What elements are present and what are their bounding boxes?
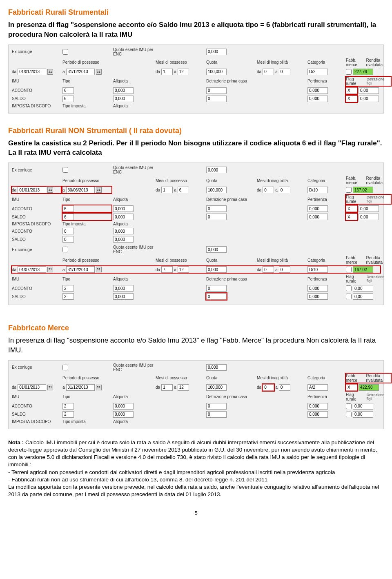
lbl-rendita: Rendita rivalutata (366, 58, 391, 67)
calendar-icon[interactable]: 31 (96, 385, 102, 390)
fld-sal-detr[interactable] (206, 96, 227, 102)
fld-acc-aliq[interactable] (113, 87, 134, 94)
calendar-icon[interactable]: 31 (96, 267, 102, 272)
calendar-icon[interactable]: 31 (47, 385, 53, 390)
fld-inag-da[interactable] (263, 69, 274, 75)
lbl-acconto: ACCONTO (12, 88, 61, 93)
section3-subtitle: In presenza di flag "sospensione acconto… (8, 336, 384, 355)
section1-subtitle: In presenza di flag "sospensione acconto… (8, 20, 384, 40)
calendar-icon[interactable]: 31 (47, 267, 53, 272)
fld-date-from[interactable] (18, 187, 46, 193)
calendar-icon[interactable]: 31 (47, 69, 53, 75)
lbl-tipo-imp: Tipo imposta (62, 104, 111, 108)
lbl-scopo: IMPOSTA DI SCOPO (12, 104, 61, 108)
fld-date-to[interactable] (66, 187, 95, 193)
fld-rendita[interactable] (353, 69, 373, 75)
section2-subtitle: Gestire la casistica su 2 Periodi. Per i… (8, 138, 384, 158)
lbl-fabb-merce: Fabb. merce (346, 58, 364, 67)
page-number: 5 (8, 510, 384, 516)
fld-quota[interactable] (206, 69, 227, 75)
fld-quota-esente[interactable] (206, 49, 227, 55)
fld-categoria[interactable] (307, 69, 328, 75)
section3-title: Fabbricato Merce (8, 324, 384, 332)
panel2a: Ex coniuge Quota esente IMU per ENC Peri… (8, 163, 384, 305)
lbl-mesi-inag: Mesi di inagibilità (257, 60, 306, 65)
fld-acc-pert[interactable] (307, 87, 328, 94)
fld-acc-flag[interactable] (346, 87, 357, 94)
fld-mese-da[interactable] (161, 69, 173, 75)
chk-ex-coniuge[interactable] (62, 49, 68, 55)
panel1: Ex coniuge Quota esente IMU per ENC Peri… (8, 45, 384, 114)
lbl-aliquota: Aliquota (113, 79, 154, 83)
lbl-pertinenza: Pertinenza (307, 79, 344, 83)
lbl-flag-rurale: Flag rurale (346, 77, 365, 86)
chk-fabb-merce[interactable] (346, 69, 352, 75)
lbl-detr-casa: Detrazione prima casa (206, 79, 255, 83)
calendar-icon[interactable]: 31 (96, 187, 102, 193)
note-paragraph: Nota : Calcolo IMU immobili per cui è do… (8, 439, 384, 499)
lbl-periodo: Periodo di possesso (62, 60, 111, 65)
calendar-icon[interactable]: 31 (96, 69, 102, 75)
fld-acc-detr[interactable] (206, 87, 227, 94)
fld-sal-tipo[interactable] (62, 96, 74, 102)
fld-fabb-merce[interactable] (346, 384, 357, 391)
fld-inag-a[interactable] (279, 69, 290, 75)
lbl-quota-esente: Quota esente IMU per ENC (113, 47, 154, 56)
fld-date-from[interactable] (18, 69, 46, 75)
lbl-ex-coniuge: Ex coniuge (12, 49, 61, 54)
lbl-aliq2: Aliquota (113, 104, 154, 108)
panel3: Ex coniuge Quota esente IMU per ENC Peri… (8, 360, 384, 429)
lbl-mesi-poss: Mesi di possesso (156, 60, 205, 65)
lbl-tipo: Tipo (62, 79, 111, 83)
section2-title: Fabbricati Rurali NON Strumentali ( II r… (8, 127, 384, 135)
fld-acc-tipo[interactable] (62, 87, 74, 94)
lbl-saldo: SALDO (12, 96, 61, 101)
fld-sal-pert[interactable] (307, 96, 328, 102)
fld-sal-aliq[interactable] (113, 96, 134, 102)
fld-date-to[interactable] (66, 69, 95, 75)
calendar-icon[interactable]: 31 (47, 187, 53, 193)
lbl-categoria: Categoria (307, 60, 344, 65)
lbl-a: a (62, 69, 65, 74)
fld[interactable] (206, 167, 227, 173)
section1-title: Fabbricati Rurali Strumentali (8, 8, 384, 17)
chk[interactable] (62, 167, 68, 173)
fld-acc-figli[interactable] (359, 87, 379, 94)
lbl-da: da (12, 69, 16, 74)
lbl-quota: Quota (206, 60, 255, 65)
lbl-imu: IMU (12, 79, 61, 83)
fld-sal-flag[interactable] (346, 96, 357, 102)
lbl-detr-figli: Detrazione figli (367, 77, 391, 85)
fld-mese-a[interactable] (178, 69, 189, 75)
fld-sal-figli[interactable] (359, 96, 379, 102)
